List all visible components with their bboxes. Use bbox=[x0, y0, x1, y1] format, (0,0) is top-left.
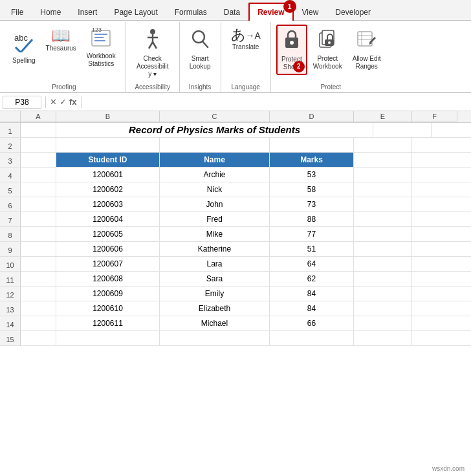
cell-d12-marks[interactable]: 84 bbox=[270, 287, 354, 301]
protect-workbook-button[interactable]: ProtectWorkbook bbox=[309, 25, 347, 74]
cell-b12-id[interactable]: 1200609 bbox=[56, 287, 160, 301]
cell-d10-marks[interactable]: 64 bbox=[270, 257, 354, 271]
cell-e8[interactable] bbox=[354, 227, 412, 241]
tab-view[interactable]: View bbox=[294, 3, 327, 21]
cell-c3-name[interactable]: Name bbox=[160, 153, 270, 167]
thesaurus-button[interactable]: 📖 Thesaurus bbox=[41, 25, 81, 56]
tab-insert[interactable]: Insert bbox=[69, 3, 105, 21]
col-header-e[interactable]: E bbox=[354, 111, 412, 122]
cell-c5-name[interactable]: Nick bbox=[160, 182, 270, 197]
cell-c8-name[interactable]: Mike bbox=[160, 227, 270, 241]
cell-d2[interactable] bbox=[270, 138, 354, 152]
cell-d8-marks[interactable]: 77 bbox=[270, 227, 354, 241]
cell-d9-marks[interactable]: 51 bbox=[270, 242, 354, 256]
insert-function-icon[interactable]: fx bbox=[69, 97, 77, 107]
tab-data[interactable]: Data bbox=[215, 3, 248, 21]
cell-c9-name[interactable]: Katherine bbox=[160, 242, 270, 256]
cell-d15[interactable] bbox=[270, 331, 354, 345]
cell-e3[interactable] bbox=[354, 153, 412, 167]
cell-c10-name[interactable]: Lara bbox=[160, 257, 270, 271]
col-header-c[interactable]: C bbox=[160, 111, 270, 122]
spelling-button[interactable]: abc Spelling bbox=[8, 25, 40, 68]
cell-a4[interactable] bbox=[21, 168, 56, 182]
allow-edit-ranges-button[interactable]: Allow EditRanges bbox=[348, 25, 386, 74]
workbook-statistics-button[interactable]: 123 WorkbookStatistics bbox=[82, 25, 120, 71]
cell-c11-name[interactable]: Sara bbox=[160, 272, 270, 286]
confirm-formula-icon[interactable]: ✓ bbox=[60, 97, 67, 107]
cell-b5-id[interactable]: 1200602 bbox=[56, 182, 160, 197]
cell-d14-marks[interactable]: 66 bbox=[270, 316, 354, 330]
cell-a10[interactable] bbox=[21, 257, 56, 271]
cell-a8[interactable] bbox=[21, 227, 56, 241]
formula-input[interactable] bbox=[85, 96, 468, 108]
tab-home[interactable]: Home bbox=[32, 3, 69, 21]
cell-e1[interactable] bbox=[373, 123, 432, 137]
cell-c4-name[interactable]: Archie bbox=[160, 168, 270, 182]
cell-b15[interactable] bbox=[56, 331, 160, 345]
cell-b7-id[interactable]: 1200604 bbox=[56, 212, 160, 226]
cell-a2[interactable] bbox=[21, 138, 56, 152]
cell-c12-name[interactable]: Emily bbox=[160, 287, 270, 301]
cell-e10[interactable] bbox=[354, 257, 412, 271]
col-header-d[interactable]: D bbox=[270, 111, 354, 122]
cell-b9-id[interactable]: 1200606 bbox=[56, 242, 160, 256]
cell-d7-marks[interactable]: 88 bbox=[270, 212, 354, 226]
cancel-formula-icon[interactable]: ✕ bbox=[50, 97, 57, 107]
tab-formulas[interactable]: Formulas bbox=[166, 3, 215, 21]
cell-b10-id[interactable]: 1200607 bbox=[56, 257, 160, 271]
cell-e11[interactable] bbox=[354, 272, 412, 286]
cell-c15[interactable] bbox=[160, 331, 270, 345]
cell-a7[interactable] bbox=[21, 212, 56, 226]
cell-a1[interactable] bbox=[21, 123, 56, 137]
tab-page-layout[interactable]: Page Layout bbox=[105, 3, 166, 21]
cell-a3[interactable] bbox=[21, 153, 56, 167]
cell-b11-id[interactable]: 1200608 bbox=[56, 272, 160, 286]
cell-a14[interactable] bbox=[21, 316, 56, 330]
cell-e7[interactable] bbox=[354, 212, 412, 226]
cell-d6-marks[interactable]: 73 bbox=[270, 197, 354, 211]
cell-e2[interactable] bbox=[354, 138, 412, 152]
cell-e5[interactable] bbox=[354, 182, 412, 197]
check-accessibility-button[interactable]: CheckAccessibility ▾ bbox=[131, 25, 174, 81]
cell-ref-input[interactable] bbox=[3, 96, 41, 109]
col-header-f[interactable]: F bbox=[412, 111, 457, 122]
cell-b6-id[interactable]: 1200603 bbox=[56, 197, 160, 211]
tab-review[interactable]: Review 1 bbox=[248, 3, 293, 21]
cell-a15[interactable] bbox=[21, 331, 56, 345]
cell-d4-marks[interactable]: 53 bbox=[270, 168, 354, 182]
cell-e6[interactable] bbox=[354, 197, 412, 211]
cell-e12[interactable] bbox=[354, 287, 412, 301]
cell-e15[interactable] bbox=[354, 331, 412, 345]
cell-d5-marks[interactable]: 58 bbox=[270, 182, 354, 197]
protect-sheet-button[interactable]: ProtectSheet 2 bbox=[276, 25, 307, 75]
tab-file[interactable]: File bbox=[3, 3, 32, 21]
cell-b8-id[interactable]: 1200605 bbox=[56, 227, 160, 241]
cell-a5[interactable] bbox=[21, 182, 56, 197]
cell-e13[interactable] bbox=[354, 301, 412, 316]
cell-c13-name[interactable]: Elizabeth bbox=[160, 301, 270, 316]
cell-c6-name[interactable]: John bbox=[160, 197, 270, 211]
cell-e9[interactable] bbox=[354, 242, 412, 256]
cell-a12[interactable] bbox=[21, 287, 56, 301]
cell-a13[interactable] bbox=[21, 301, 56, 316]
col-header-a[interactable]: A bbox=[21, 111, 56, 122]
translate-button[interactable]: あ→A Translate bbox=[226, 25, 265, 54]
cell-c7-name[interactable]: Fred bbox=[160, 212, 270, 226]
cell-d13-marks[interactable]: 84 bbox=[270, 301, 354, 316]
cell-b1[interactable]: Record of Physics Marks of Students bbox=[56, 123, 373, 137]
cell-e4[interactable] bbox=[354, 168, 412, 182]
cell-d11-marks[interactable]: 62 bbox=[270, 272, 354, 286]
cell-a9[interactable] bbox=[21, 242, 56, 256]
cell-b14-id[interactable]: 1200611 bbox=[56, 316, 160, 330]
cell-d3-marks[interactable]: Marks bbox=[270, 153, 354, 167]
cell-e14[interactable] bbox=[354, 316, 412, 330]
cell-b2[interactable] bbox=[56, 138, 160, 152]
smart-lookup-button[interactable]: SmartLookup bbox=[185, 25, 215, 74]
cell-b13-id[interactable]: 1200610 bbox=[56, 301, 160, 316]
cell-c2[interactable] bbox=[160, 138, 270, 152]
tab-developer[interactable]: Developer bbox=[327, 3, 379, 21]
cell-a6[interactable] bbox=[21, 197, 56, 211]
col-header-b[interactable]: B bbox=[56, 111, 160, 122]
cell-c14-name[interactable]: Michael bbox=[160, 316, 270, 330]
cell-b4-id[interactable]: 1200601 bbox=[56, 168, 160, 182]
